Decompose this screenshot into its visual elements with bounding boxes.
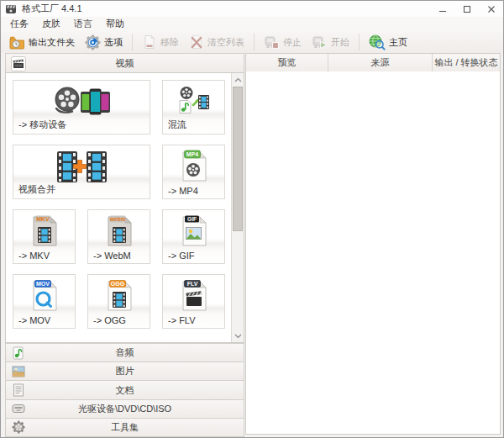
column-preview[interactable]: 预览: [246, 54, 328, 71]
start-label: 开始: [331, 36, 349, 49]
toolbar: 输出文件夹 选项: [1, 31, 503, 53]
svg-text:MP4: MP4: [186, 151, 198, 157]
menu-task[interactable]: 任务: [3, 17, 35, 31]
svg-text:MOV: MOV: [36, 281, 50, 287]
grid-cell-label: 视频合并: [18, 183, 55, 196]
category-document-label: 文档: [6, 384, 244, 397]
menu-skin[interactable]: 皮肤: [35, 17, 67, 31]
start-button[interactable]: 开始: [307, 33, 354, 51]
folder-clock-icon: [9, 35, 25, 50]
svg-text:webm: webm: [108, 216, 125, 222]
output-folder-label: 输出文件夹: [29, 36, 75, 49]
category-list: 音频 图片 文档: [5, 343, 244, 437]
column-output-status[interactable]: 输出 / 转换状态: [433, 54, 500, 71]
category-optical-label: 光驱设备\DVD\CD\ISO: [6, 403, 244, 415]
minimize-icon[interactable]: [430, 1, 454, 17]
grid-cell-mobile-devices[interactable]: -> 移动设备: [13, 80, 150, 135]
home-button[interactable]: 主页: [364, 33, 412, 52]
menu-language[interactable]: 语言: [67, 17, 99, 31]
grid-cell-mkv[interactable]: MKV -> MKV: [13, 209, 76, 264]
grid-cell-gif[interactable]: GIF -> GIF: [162, 209, 225, 264]
maximize-icon[interactable]: [454, 1, 479, 17]
category-audio[interactable]: 音频: [5, 343, 244, 362]
picture-icon: [12, 365, 25, 378]
category-video[interactable]: 视频: [5, 53, 244, 73]
grid-cell-webm[interactable]: webm -> WebM: [87, 209, 150, 264]
mov-quicktime-file-icon: MOV: [30, 279, 59, 313]
filmstrip-plus-filmstrip-icon: [50, 150, 113, 185]
category-picture[interactable]: 图片: [5, 361, 244, 381]
grid-cell-video-merge[interactable]: 视频合并: [13, 145, 150, 199]
toolset-gear-icon: [12, 420, 25, 434]
grid-scrollbar[interactable]: [231, 73, 244, 342]
grid-cell-label: -> GIF: [168, 251, 194, 261]
grid-cell-label: -> FLV: [168, 315, 196, 325]
svg-text:OGG: OGG: [110, 281, 124, 287]
menubar: 任务 皮肤 语言 帮助: [1, 17, 503, 31]
grid-cell-mux[interactable]: 混流: [162, 80, 225, 135]
clapperboard-icon: [11, 56, 26, 71]
document-icon: [12, 383, 25, 397]
task-list-header: 预览 来源 输出 / 转换状态: [246, 54, 500, 72]
grid-cell-label: -> MOV: [18, 315, 50, 325]
scrollbar-thumb[interactable]: [233, 87, 243, 231]
category-document[interactable]: 文档: [5, 380, 244, 399]
grid-cell-mov[interactable]: MOV -> MOV: [13, 274, 76, 329]
format-factory-window: 格式工厂 4.4.1 任务 皮肤 语言 帮助: [0, 0, 504, 438]
task-list: 预览 来源 输出 / 转换状态: [245, 53, 501, 435]
video-converters-panel: -> 移动设备: [5, 72, 244, 343]
video-grid: -> 移动设备: [13, 80, 225, 329]
grid-cell-label: -> MKV: [18, 251, 50, 261]
toolbar-separator: [359, 34, 360, 50]
grid-cell-label: -> OGG: [93, 315, 126, 325]
machine-stop-icon: [264, 34, 280, 50]
grid-cell-label: -> MP4: [168, 186, 198, 196]
grid-cell-ogg[interactable]: OGG -> OGG: [87, 274, 150, 329]
scroll-down-icon[interactable]: [232, 330, 244, 342]
grid-cell-label: -> WebM: [93, 251, 131, 261]
window-controls: [430, 1, 503, 17]
stop-label: 停止: [283, 36, 302, 49]
grid-cell-mp4[interactable]: MP4 -> MP4: [162, 145, 225, 199]
ogg-file-icon: OGG: [105, 279, 134, 313]
film-reel-phones-icon: [50, 85, 113, 120]
category-optical[interactable]: 光驱设备\DVD\CD\ISO: [5, 399, 244, 419]
scroll-up-icon[interactable]: [232, 73, 244, 86]
window-title: 格式工厂 4.4.1: [22, 3, 82, 15]
mp4-file-icon: MP4: [180, 150, 208, 183]
menu-help[interactable]: 帮助: [99, 17, 131, 31]
category-picture-label: 图片: [6, 365, 244, 377]
grid-cell-flv[interactable]: FLV -> FLV: [162, 274, 225, 329]
task-list-body[interactable]: [246, 71, 500, 434]
home-label: 主页: [389, 36, 407, 49]
red-x-icon: [189, 34, 204, 50]
titlebar: 格式工厂 4.4.1: [1, 1, 503, 17]
column-source[interactable]: 来源: [328, 54, 433, 71]
clear-list-button[interactable]: 清空列表: [184, 33, 249, 51]
globe-search-icon: [369, 34, 386, 50]
machine-start-icon: [312, 34, 328, 50]
remove-button[interactable]: 移除: [137, 33, 184, 51]
stop-button[interactable]: 停止: [259, 33, 307, 51]
audio-note-icon: [12, 346, 25, 360]
close-icon[interactable]: [479, 1, 503, 17]
category-audio-label: 音频: [6, 346, 244, 359]
mux-reel-note-strip-icon: [176, 85, 212, 120]
flv-file-icon: FLV: [180, 279, 208, 313]
remove-page-icon: [142, 34, 157, 50]
output-folder-button[interactable]: 输出文件夹: [4, 34, 80, 51]
grid-cell-label: 混流: [168, 119, 186, 131]
optical-drive-icon: [12, 402, 25, 415]
grid-cell-label: -> 移动设备: [18, 119, 66, 131]
options-button[interactable]: 选项: [80, 33, 128, 52]
gear-options-icon: [85, 34, 101, 50]
category-video-label: 视频: [6, 57, 244, 70]
app-logo-icon: [5, 3, 17, 15]
toolbar-separator: [132, 34, 133, 50]
options-label: 选项: [104, 36, 123, 49]
category-toolset[interactable]: 工具集: [5, 418, 244, 437]
svg-text:FLV: FLV: [186, 281, 197, 287]
clear-list-label: 清空列表: [207, 36, 244, 49]
left-panel: 视频: [5, 53, 244, 437]
remove-label: 移除: [160, 36, 179, 49]
